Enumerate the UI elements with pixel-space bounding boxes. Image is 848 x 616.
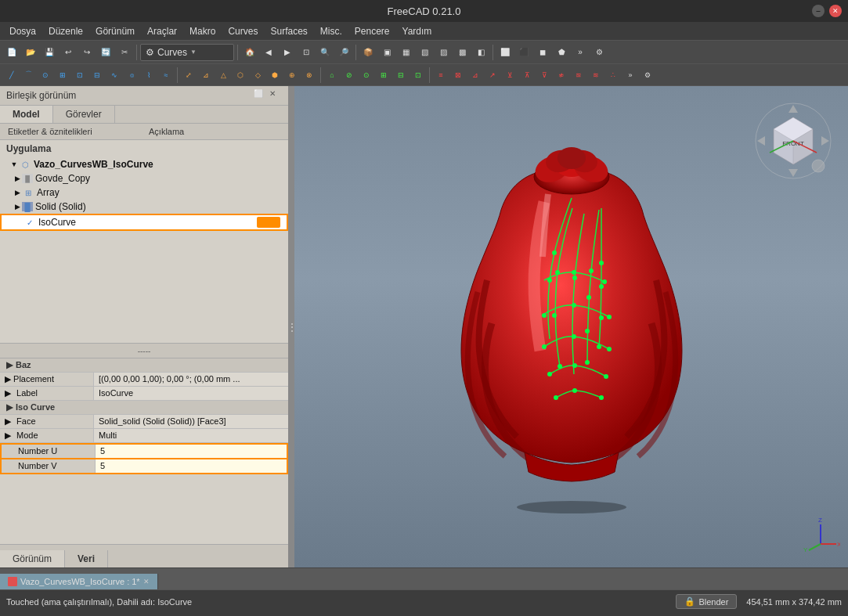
prop-numberu-value[interactable]: 5 xyxy=(96,445,287,458)
tree-item-solid[interactable]: ▶ █ Solid (Solid) xyxy=(0,200,288,214)
menu-gorunum[interactable]: Görünüm xyxy=(89,24,141,38)
tab-model[interactable]: Model xyxy=(0,106,53,123)
panel-close-icon[interactable]: ✕ xyxy=(269,89,282,102)
tb-project[interactable]: ≋ xyxy=(588,67,604,83)
tb-patch[interactable]: ⊽ xyxy=(536,67,552,83)
face-expand-icon[interactable]: ▶ xyxy=(5,416,11,426)
tb-sewing[interactable]: ⊡ xyxy=(410,67,426,83)
blender-button[interactable]: 🔒 Blender xyxy=(676,594,737,609)
tb-view-forward[interactable]: ▶ xyxy=(279,44,296,61)
tb-view-right[interactable]: ▧ xyxy=(416,44,433,61)
tb-offset[interactable]: ⊗ xyxy=(301,67,317,83)
menu-araclar[interactable]: Araçlar xyxy=(141,24,183,38)
tb-polyline[interactable]: ⊡ xyxy=(72,67,88,83)
tb-open[interactable]: 📂 xyxy=(22,44,39,61)
tb-view-back[interactable]: ◀ xyxy=(260,44,277,61)
tb-view-left[interactable]: ▨ xyxy=(435,44,452,61)
tb-shaded[interactable]: ⬛ xyxy=(515,44,532,61)
menu-dosya[interactable]: Dosya xyxy=(3,24,42,38)
tb-view-3d[interactable]: 📦 xyxy=(359,44,377,61)
tb-loft[interactable]: ⊘ xyxy=(341,67,357,83)
tb-chamfer[interactable]: ⊿ xyxy=(198,67,214,83)
panel-expand-icon[interactable]: ⬜ xyxy=(254,89,266,102)
array-expand-icon[interactable]: ▶ xyxy=(13,188,22,197)
menu-duzenle[interactable]: Düzenle xyxy=(42,24,89,38)
tb-split[interactable]: ⬢ xyxy=(267,67,283,83)
tb-view-front[interactable]: ▣ xyxy=(378,44,395,61)
tb-refresh[interactable]: 🔄 xyxy=(97,44,114,61)
tree-item-govde[interactable]: ▶ █ Govde_Copy xyxy=(0,171,288,186)
tb-view-back2[interactable]: ◧ xyxy=(472,44,489,61)
panel-divider[interactable]: ----- xyxy=(0,343,288,358)
mode-expand-icon[interactable]: ▶ xyxy=(5,430,11,440)
3d-viewport[interactable]: FRONT xyxy=(294,86,848,567)
tb-interp[interactable]: ≊ xyxy=(571,67,586,83)
tb-nurbs[interactable]: ⌾ xyxy=(124,67,139,83)
placement-expand-icon[interactable]: ▶ xyxy=(5,374,11,384)
menu-curves[interactable]: Curves xyxy=(222,24,264,38)
tb-ellipse[interactable]: ⊞ xyxy=(55,67,70,83)
tb-view-bottom[interactable]: ▩ xyxy=(453,44,471,61)
tb-view-top[interactable]: ▦ xyxy=(397,44,414,61)
label-expand-icon[interactable]: ▶ xyxy=(5,388,11,398)
tb-zoom-fit[interactable]: ⊡ xyxy=(298,44,315,61)
tb-zoom-out[interactable]: 🔎 xyxy=(335,44,352,61)
tb-settings2[interactable]: ⚙ xyxy=(640,67,655,83)
tb-wireframe[interactable]: ⬜ xyxy=(496,44,514,61)
prop-row-number-u[interactable]: ▶ Number U 5 xyxy=(0,443,288,459)
tb-param[interactable]: ⊻ xyxy=(502,67,518,83)
menu-yardim[interactable]: Yardım xyxy=(396,24,438,38)
prop-row-number-v[interactable]: ▶ Number V 5 xyxy=(0,459,288,474)
tb-geodesic[interactable]: ⊠ xyxy=(450,67,466,83)
tb-zoom-in[interactable]: 🔍 xyxy=(316,44,334,61)
tb-save[interactable]: 💾 xyxy=(41,44,58,61)
tb-spiral[interactable]: ≈ xyxy=(158,67,174,83)
workbench-dropdown[interactable]: ⚙ Curves ▼ xyxy=(140,44,234,61)
tb-comb[interactable]: ≉ xyxy=(554,67,569,83)
tb-bezier[interactable]: ⊟ xyxy=(89,67,105,83)
prop-row-placement[interactable]: ▶ Placement [(0,00 0,00 1,00); 0,00 °; (… xyxy=(0,373,288,387)
prop-row-mode[interactable]: ▶ Mode Multi xyxy=(0,429,288,443)
tb-more2[interactable]: » xyxy=(622,67,638,83)
tb-view-home[interactable]: 🏠 xyxy=(241,44,258,61)
tb-fillet[interactable]: ⤢ xyxy=(181,67,197,83)
tb-circle[interactable]: ⊙ xyxy=(38,67,53,83)
tb-more[interactable]: » xyxy=(572,44,589,61)
tb-arc[interactable]: ⌒ xyxy=(20,67,36,83)
tb-flat[interactable]: ◼ xyxy=(534,44,551,61)
tb-helix[interactable]: ⌇ xyxy=(141,67,157,83)
govde-expand-icon[interactable]: ▶ xyxy=(13,174,22,183)
tree-item-array[interactable]: ▶ ⊞ Array xyxy=(0,186,288,200)
close-button[interactable]: ✕ xyxy=(829,5,842,17)
solid-expand-icon[interactable]: ▶ xyxy=(13,202,22,211)
section-baz-expand[interactable]: ▶ xyxy=(6,360,13,370)
tb-sweep[interactable]: ⊙ xyxy=(359,67,374,83)
tb-approx[interactable]: ↗ xyxy=(485,67,500,83)
bottom-tab-veri[interactable]: Veri xyxy=(65,550,108,567)
tb-isocurve[interactable]: ≡ xyxy=(433,67,449,83)
tb-trim[interactable]: △ xyxy=(215,67,231,83)
doc-tab-vazo[interactable]: Vazo_CurvesWB_IsoCurve : 1* ✕ xyxy=(0,574,158,589)
tb-cut[interactable]: ✂ xyxy=(116,44,133,61)
tb-settings[interactable]: ⚙ xyxy=(590,44,608,61)
menu-surfaces[interactable]: Surfaces xyxy=(264,24,313,38)
prop-numberv-value[interactable]: 5 xyxy=(96,459,287,473)
doc-tab-close-icon[interactable]: ✕ xyxy=(143,578,150,585)
tb-undo[interactable]: ↩ xyxy=(60,44,77,61)
tb-join[interactable]: ◇ xyxy=(250,67,265,83)
tb-surface[interactable]: ⌂ xyxy=(324,67,340,83)
minimize-button[interactable]: – xyxy=(812,5,825,17)
tb-flatten[interactable]: ∴ xyxy=(605,67,621,83)
prop-row-face[interactable]: ▶ Face Solid_solid (Solid (Solid)) [Face… xyxy=(0,415,288,429)
tb-extend[interactable]: ⬡ xyxy=(233,67,248,83)
tb-points[interactable]: ⬟ xyxy=(553,44,570,61)
section-iso-expand[interactable]: ▶ xyxy=(6,402,13,412)
tree-item-isocurve[interactable]: ✓ IsoCurve xyxy=(0,214,288,231)
tb-line[interactable]: ╱ xyxy=(3,67,19,83)
prop-row-label[interactable]: ▶ Label IsoCurve xyxy=(0,387,288,401)
tb-boundary[interactable]: ⊿ xyxy=(467,67,483,83)
tree-item-vazo[interactable]: ▼ ⬡ Vazo_CurvesWB_IsoCurve xyxy=(0,157,288,171)
tb-bspline[interactable]: ∿ xyxy=(106,67,122,83)
menu-makro[interactable]: Makro xyxy=(183,24,222,38)
menu-misc[interactable]: Misc. xyxy=(314,24,348,38)
